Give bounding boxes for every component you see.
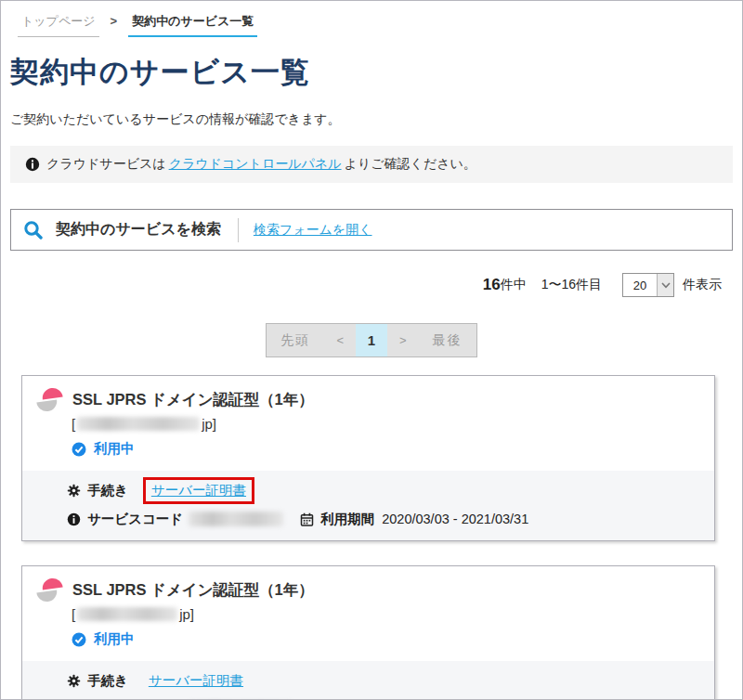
service-card: SSL JPRS ドメイン認証型（1年） [ jp] 利用中 手続き サーバー証… bbox=[21, 565, 715, 700]
calendar-icon bbox=[300, 512, 314, 526]
pagination-next-button[interactable]: > bbox=[387, 324, 418, 356]
status-badge: 利用中 bbox=[94, 630, 135, 648]
check-circle-icon bbox=[72, 632, 86, 647]
service-domain: [ jp] bbox=[72, 606, 699, 622]
service-card-header: SSL JPRS ドメイン認証型（1年） [ jp] 利用中 bbox=[22, 566, 714, 661]
highlight-red-box: サーバー証明書 bbox=[143, 477, 254, 504]
pagination-prev-button[interactable]: < bbox=[325, 324, 356, 356]
server-certificate-link[interactable]: サーバー証明書 bbox=[149, 672, 243, 690]
per-page-value: 20 bbox=[623, 274, 657, 296]
domain-visible-part: jp] bbox=[179, 606, 194, 622]
domain-bracket-open: [ bbox=[72, 416, 75, 432]
pagination-first-button[interactable]: 先頭 bbox=[267, 324, 325, 356]
per-page-suffix: 件表示 bbox=[683, 277, 722, 293]
notice-text-prefix: クラウドサービスは bbox=[46, 156, 166, 173]
pagination-last-button[interactable]: 最後 bbox=[418, 324, 476, 356]
cloud-control-panel-link[interactable]: クラウドコントロールパネル bbox=[169, 156, 342, 173]
domain-bracket-open: [ bbox=[72, 606, 75, 622]
period-value: 2020/03/03 - 2021/03/31 bbox=[382, 512, 528, 526]
search-icon bbox=[22, 219, 45, 241]
per-page-select[interactable]: 20 bbox=[622, 273, 674, 297]
service-title: SSL JPRS ドメイン認証型（1年） bbox=[72, 580, 314, 601]
period-label: 利用期間 bbox=[320, 511, 374, 528]
notice-text-suffix: よりご確認ください。 bbox=[345, 156, 476, 173]
ssl-service-icon bbox=[37, 388, 62, 411]
total-count: 16 bbox=[483, 276, 501, 294]
redacted-domain bbox=[77, 607, 177, 621]
list-controls: 16 件中 1〜16件目 20 件表示 bbox=[10, 273, 733, 297]
service-card-footer: 手続き サーバー証明書 サービスコード 利用期間 2020/04/02 - 20… bbox=[22, 661, 714, 700]
cloud-notice: クラウドサービスはクラウドコントロールパネルよりご確認ください。 bbox=[10, 146, 733, 183]
open-search-form-link[interactable]: 検索フォームを開く bbox=[254, 222, 372, 239]
search-divider bbox=[238, 218, 239, 242]
redacted-domain bbox=[77, 417, 200, 431]
service-title: SSL JPRS ドメイン認証型（1年） bbox=[72, 390, 314, 410]
check-circle-icon bbox=[72, 442, 86, 457]
gear-icon bbox=[67, 484, 81, 498]
service-status: 利用中 bbox=[72, 630, 699, 648]
service-domain: [ jp] bbox=[72, 416, 699, 432]
server-certificate-link[interactable]: サーバー証明書 bbox=[151, 483, 246, 498]
total-count-suffix: 件中 bbox=[501, 277, 527, 293]
info-circle-icon bbox=[67, 512, 81, 526]
service-status: 利用中 bbox=[72, 440, 699, 458]
service-code-label: サービスコード bbox=[87, 511, 183, 528]
info-circle-icon bbox=[25, 157, 40, 172]
procedure-label: 手続き bbox=[87, 672, 128, 690]
service-card: SSL JPRS ドメイン認証型（1年） [ jp] 利用中 手続き bbox=[21, 375, 715, 541]
status-badge: 利用中 bbox=[94, 440, 135, 458]
pagination-current-page[interactable]: 1 bbox=[356, 324, 388, 356]
page: トップページ > 契約中のサービス一覧 契約中のサービス一覧 ご契約いただいてい… bbox=[1, 1, 742, 700]
breadcrumb-home-link[interactable]: トップページ bbox=[18, 13, 99, 37]
gear-icon bbox=[67, 674, 81, 688]
ssl-service-icon bbox=[37, 578, 62, 602]
pagination: 先頭 < 1 > 最後 bbox=[266, 323, 477, 357]
chevron-down-icon bbox=[657, 274, 673, 296]
redacted-service-code bbox=[189, 512, 283, 526]
breadcrumb-separator: > bbox=[111, 13, 118, 28]
service-card-footer: 手続き サーバー証明書 サービスコード 利用期間 2020/03/03 - 20… bbox=[22, 471, 714, 540]
breadcrumb: トップページ > 契約中のサービス一覧 bbox=[10, 1, 733, 37]
result-range: 1〜16件目 bbox=[541, 277, 602, 293]
procedure-label: 手続き bbox=[87, 482, 128, 499]
breadcrumb-current: 契約中のサービス一覧 bbox=[128, 13, 257, 37]
service-search-bar: 契約中のサービスを検索 検索フォームを開く bbox=[10, 209, 733, 251]
service-card-header: SSL JPRS ドメイン認証型（1年） [ jp] 利用中 bbox=[22, 376, 714, 471]
domain-visible-part: jp] bbox=[202, 416, 216, 432]
page-title: 契約中のサービス一覧 bbox=[10, 53, 733, 92]
search-label: 契約中のサービスを検索 bbox=[56, 220, 221, 240]
page-description: ご契約いただいているサービスの情報が確認できます。 bbox=[10, 111, 733, 128]
